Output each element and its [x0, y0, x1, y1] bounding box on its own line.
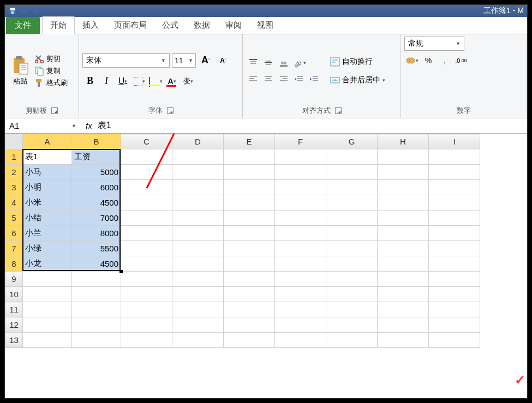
cell-B11[interactable]: [72, 302, 121, 317]
cell-H9[interactable]: [378, 272, 429, 287]
font-size-select[interactable]: 11▼: [172, 53, 196, 68]
redo-icon[interactable]: [31, 6, 42, 16]
decrease-indent-button[interactable]: [292, 73, 306, 85]
cell-C6[interactable]: [121, 226, 172, 241]
cell-A5[interactable]: 小结: [23, 210, 72, 226]
cell-G1[interactable]: [326, 149, 378, 165]
cell-E6[interactable]: [224, 226, 275, 241]
align-left-button[interactable]: [246, 73, 260, 85]
col-header-C[interactable]: C: [121, 134, 172, 149]
col-header-F[interactable]: F: [275, 134, 326, 149]
cell-I5[interactable]: [429, 210, 480, 226]
decrease-font-button[interactable]: Aˇ: [216, 53, 231, 68]
col-header-I[interactable]: I: [429, 134, 480, 149]
cell-A4[interactable]: 小米: [23, 195, 72, 210]
row-header-7[interactable]: 7: [5, 241, 23, 256]
underline-button[interactable]: U▾: [115, 74, 130, 88]
cell-B10[interactable]: [72, 287, 121, 302]
italic-button[interactable]: I: [99, 74, 114, 88]
bold-button[interactable]: B: [82, 74, 98, 88]
cell-G3[interactable]: [326, 180, 378, 195]
cell-E1[interactable]: [224, 149, 275, 165]
cell-H11[interactable]: [378, 302, 429, 317]
cell-G10[interactable]: [326, 287, 378, 302]
increase-indent-button[interactable]: [307, 73, 321, 85]
row-header-2[interactable]: 2: [5, 165, 23, 180]
cell-I12[interactable]: [429, 317, 480, 333]
cell-I2[interactable]: [429, 165, 480, 180]
cell-D8[interactable]: [172, 256, 224, 272]
row-header-5[interactable]: 5: [5, 210, 23, 226]
cell-B4[interactable]: 4500: [72, 195, 121, 210]
cell-E4[interactable]: [224, 195, 275, 210]
cell-D6[interactable]: [172, 226, 224, 241]
tab-page-layout[interactable]: 页面布局: [106, 17, 154, 34]
cell-A13[interactable]: [23, 333, 72, 348]
cell-A2[interactable]: 小马: [23, 165, 72, 180]
cell-H4[interactable]: [378, 195, 429, 210]
cell-I10[interactable]: [429, 287, 480, 302]
currency-button[interactable]: ▾: [404, 54, 420, 67]
cell-A8[interactable]: 小龙: [23, 256, 72, 272]
cell-H10[interactable]: [378, 287, 429, 302]
cell-F8[interactable]: [275, 256, 326, 272]
phonetic-button[interactable]: 变▾: [181, 74, 196, 88]
col-header-A[interactable]: A: [23, 134, 72, 149]
cell-F7[interactable]: [275, 241, 326, 256]
cell-B3[interactable]: 6000: [72, 180, 121, 195]
cut-button[interactable]: 剪切: [34, 54, 68, 64]
number-format-select[interactable]: 常规▼: [404, 37, 464, 51]
row-header-6[interactable]: 6: [5, 226, 23, 241]
cell-F10[interactable]: [275, 287, 326, 302]
cell-C3[interactable]: [121, 180, 172, 195]
cell-H1[interactable]: [378, 149, 429, 165]
cell-E2[interactable]: [224, 165, 275, 180]
cell-F13[interactable]: [275, 333, 326, 348]
align-dialog-launcher[interactable]: [335, 107, 342, 114]
cell-C1[interactable]: [121, 149, 172, 165]
row-header-1[interactable]: 1: [5, 149, 23, 165]
cell-H12[interactable]: [378, 317, 429, 333]
cell-H8[interactable]: [378, 256, 429, 272]
cell-B5[interactable]: 7000: [72, 210, 121, 226]
increase-decimal-button[interactable]: .0.00: [453, 54, 469, 67]
cell-A9[interactable]: [23, 272, 72, 287]
col-header-H[interactable]: H: [378, 134, 429, 149]
cell-E12[interactable]: [224, 317, 275, 333]
percent-button[interactable]: %: [421, 54, 436, 67]
cell-G4[interactable]: [326, 195, 378, 210]
cell-A10[interactable]: [23, 287, 72, 302]
cell-C11[interactable]: [121, 302, 172, 317]
fx-icon[interactable]: fx: [86, 121, 92, 130]
row-header-10[interactable]: 10: [5, 287, 23, 302]
cell-D10[interactable]: [172, 287, 224, 302]
cell-F11[interactable]: [275, 302, 326, 317]
cell-F2[interactable]: [275, 165, 326, 180]
cell-G6[interactable]: [326, 226, 378, 241]
cell-D11[interactable]: [172, 302, 224, 317]
spreadsheet-grid[interactable]: ABCDEFGHI1表1工资2小马50003小明60004小米45005小结70…: [5, 134, 527, 398]
cell-D7[interactable]: [172, 241, 224, 256]
cell-D5[interactable]: [172, 210, 224, 226]
row-header-9[interactable]: 9: [5, 272, 23, 287]
cell-D9[interactable]: [172, 272, 224, 287]
orientation-button[interactable]: ab▾: [292, 57, 306, 69]
cell-G2[interactable]: [326, 165, 378, 180]
increase-font-button[interactable]: Aˆ: [198, 53, 213, 68]
row-header-11[interactable]: 11: [5, 302, 23, 317]
cell-D4[interactable]: [172, 195, 224, 210]
cell-G8[interactable]: [326, 256, 378, 272]
row-header-3[interactable]: 3: [5, 180, 23, 195]
row-header-8[interactable]: 8: [5, 256, 23, 272]
cell-H13[interactable]: [378, 333, 429, 348]
cell-F1[interactable]: [275, 149, 326, 165]
cell-B8[interactable]: 4500: [72, 256, 121, 272]
cell-C10[interactable]: [121, 287, 172, 302]
wrap-text-button[interactable]: 自动换行: [328, 55, 387, 69]
cell-G12[interactable]: [326, 317, 378, 333]
font-color-button[interactable]: A▾: [164, 74, 180, 88]
formula-input[interactable]: 表1: [98, 120, 111, 131]
cell-I13[interactable]: [429, 333, 480, 348]
cell-E10[interactable]: [224, 287, 275, 302]
paste-button[interactable]: 粘贴: [8, 37, 32, 105]
